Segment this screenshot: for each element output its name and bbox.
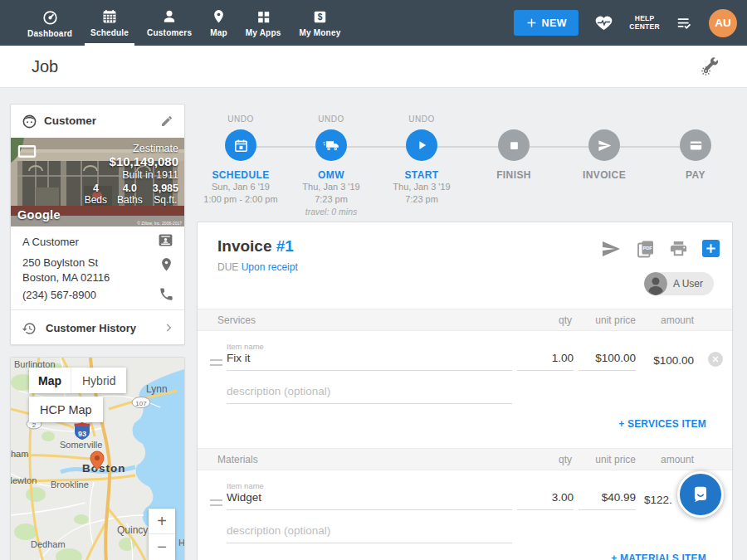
svg-text:93: 93 (78, 430, 86, 438)
calendar-icon (233, 138, 249, 153)
sqft-label: Sq.ft. (154, 194, 177, 206)
location-pin-icon[interactable] (159, 256, 174, 273)
assigned-user-pill[interactable]: A User (644, 272, 714, 295)
schedule-step-circle[interactable] (225, 129, 256, 161)
service-description-input[interactable] (227, 385, 512, 404)
step-label: INVOICE (554, 169, 654, 181)
material-unit-price-input[interactable] (579, 491, 636, 510)
baths-label: Baths (117, 194, 143, 206)
map-label-waltham: ham (11, 449, 28, 459)
new-button[interactable]: NEW (514, 10, 579, 36)
beds-value: 4 (93, 183, 99, 194)
step-date: Thu, Jan 3 '19 (372, 181, 471, 193)
map-type-hybrid-button[interactable]: Hybrid (71, 374, 126, 387)
finish-step-circle[interactable] (498, 129, 530, 161)
timeline-step-invoice: INVOICE (554, 114, 654, 181)
zestimate-overlay: Zestimate $10,149,080 Built in 1911 4Bed… (85, 142, 178, 206)
invoice-due: DUE Upon receipt (217, 261, 298, 273)
nav-label: My Apps (246, 28, 281, 37)
heart-pulse-icon[interactable] (593, 13, 614, 32)
remove-service-item-button[interactable] (708, 352, 723, 367)
street-view-photo-icon[interactable] (17, 144, 37, 158)
timeline-step-pay: PAY (646, 114, 745, 181)
omw-step-circle[interactable] (315, 129, 347, 161)
invoice-title-text: Invoice (217, 237, 271, 255)
step-time: 7:23 pm (372, 193, 471, 206)
drag-handle[interactable] (210, 499, 222, 506)
customer-history-row[interactable]: Customer History (11, 309, 184, 345)
undo-link[interactable]: UNDO (191, 114, 290, 125)
amount-column-header: amount (637, 454, 694, 465)
assigned-user-name: A User (673, 278, 703, 290)
service-unit-price-input[interactable] (579, 352, 636, 371)
send-invoice-icon[interactable] (601, 239, 621, 259)
customer-card-header: Customer (11, 105, 184, 138)
google-logo: Google (17, 208, 61, 222)
step-date: Thu, Jan 3 '19 (281, 181, 381, 193)
undo-link[interactable]: UNDO (281, 114, 381, 125)
services-section-title: Services (217, 314, 256, 326)
zestimate-value: $10,149,080 (85, 155, 178, 168)
customer-card: Customer Zestimate $10,149,080 (10, 104, 185, 345)
nav-label: My Money (299, 28, 340, 37)
zestimate-label: Zestimate (85, 142, 178, 155)
invoice-step-circle[interactable] (588, 129, 620, 161)
zoom-out-button[interactable]: − (149, 534, 175, 560)
nav-label: Map (210, 28, 227, 37)
nav-item-my-money[interactable]: $ My Money (290, 0, 349, 46)
user-avatar[interactable]: AU (709, 9, 737, 37)
customer-phone: (234) 567-8900 (22, 289, 96, 301)
add-services-item-link[interactable]: + SERVICES ITEM (618, 418, 706, 430)
svg-text:PDF: PDF (643, 246, 653, 251)
zoom-in-button[interactable]: + (149, 509, 175, 534)
map-label-lynn: Lynn (146, 383, 168, 395)
property-photo: Zestimate $10,149,080 Built in 1911 4Bed… (11, 138, 184, 226)
amount-column-header: amount (637, 314, 694, 326)
page-title: Job (32, 57, 58, 76)
nav-item-schedule[interactable]: Schedule (81, 0, 138, 46)
nav-label: Customers (147, 28, 192, 37)
nav-item-map[interactable]: Map (201, 0, 237, 46)
map-type-map-button[interactable]: Map (29, 368, 71, 393)
timeline-step-start: UNDO START Thu, Jan 3 '19 7:23 pm (372, 114, 471, 206)
activity-list-icon[interactable] (675, 14, 694, 32)
nav-item-my-apps[interactable]: My Apps (237, 0, 290, 46)
undo-placeholder (646, 114, 745, 125)
add-invoice-item-icon[interactable] (702, 240, 720, 257)
stop-icon (508, 139, 520, 152)
step-label: SCHEDULE (191, 169, 290, 181)
pdf-icon[interactable]: PDF (636, 239, 656, 259)
map-label-boston: Boston (82, 462, 126, 475)
chat-fab-button[interactable] (677, 471, 724, 518)
user-silhouette-icon (644, 272, 667, 295)
play-icon (414, 138, 429, 153)
edit-pencil-icon[interactable] (160, 114, 173, 128)
map-label-somerville: Somerville (60, 440, 102, 450)
svg-text:$: $ (318, 12, 323, 22)
hcp-map-button[interactable]: HCP Map (29, 397, 103, 422)
service-item-name-input[interactable] (227, 352, 512, 371)
undo-placeholder (464, 114, 564, 125)
drag-handle[interactable] (210, 359, 222, 366)
undo-placeholder (554, 114, 654, 125)
material-qty-input[interactable] (517, 491, 574, 510)
due-value-link[interactable]: Upon receipt (242, 261, 298, 273)
nav-item-dashboard[interactable]: Dashboard (18, 0, 81, 46)
built-year: Built in 1911 (85, 168, 178, 182)
contact-card-icon[interactable] (157, 231, 174, 249)
job-settings-wrench-icon[interactable] (701, 57, 720, 76)
service-qty-input[interactable] (517, 352, 574, 371)
calendar-icon (101, 8, 118, 25)
phone-icon[interactable] (159, 286, 174, 302)
customer-address: 250 Boylston St Boston, MA 02116 (22, 256, 110, 285)
add-materials-item-link[interactable]: + MATERIALS ITEM (611, 553, 706, 560)
print-icon[interactable] (669, 239, 688, 258)
undo-link[interactable]: UNDO (372, 114, 471, 125)
help-center-link[interactable]: HELP CENTER (629, 15, 660, 31)
nav-item-customers[interactable]: Customers (138, 0, 201, 46)
credit-card-icon (689, 139, 703, 153)
material-item-name-input[interactable] (227, 491, 512, 510)
start-step-circle[interactable] (406, 129, 437, 161)
credit-card-icon-circle[interactable] (680, 129, 711, 161)
material-description-input[interactable] (227, 524, 512, 543)
